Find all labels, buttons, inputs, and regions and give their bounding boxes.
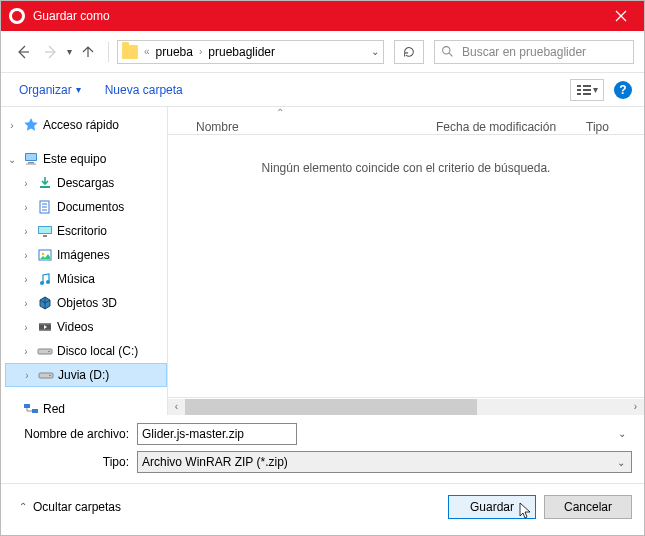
- filetype-label: Tipo:: [13, 455, 137, 469]
- up-button[interactable]: [76, 40, 100, 64]
- recent-locations-dropdown[interactable]: ▾: [67, 46, 72, 57]
- scroll-right[interactable]: ›: [627, 399, 644, 415]
- svg-point-0: [443, 47, 450, 54]
- svg-point-18: [40, 281, 44, 285]
- view-options-button[interactable]: ▾: [570, 79, 604, 101]
- close-icon: [615, 10, 627, 22]
- empty-message: Ningún elemento coincide con el criterio…: [168, 161, 644, 175]
- svg-rect-23: [38, 349, 52, 354]
- tree-item-local-disk[interactable]: ›Disco local (C:): [5, 339, 167, 363]
- breadcrumb-item[interactable]: pruebaglider: [208, 45, 275, 59]
- documents-icon: [37, 199, 53, 215]
- expand-icon[interactable]: ›: [19, 202, 33, 213]
- downloads-icon: [37, 175, 53, 191]
- chevron-down-icon: ▾: [593, 84, 598, 95]
- svg-rect-5: [583, 89, 591, 91]
- search-box[interactable]: [434, 40, 634, 64]
- svg-rect-1: [577, 85, 581, 87]
- objects3d-icon: [37, 295, 53, 311]
- tree-item-network[interactable]: ›Red: [5, 397, 167, 415]
- nav-bar: ▾ « prueba › pruebaglider ⌄: [1, 31, 644, 73]
- expand-icon[interactable]: ›: [19, 346, 33, 357]
- chevron-down-icon[interactable]: ⌄: [618, 428, 626, 439]
- expand-icon[interactable]: ›: [19, 178, 33, 189]
- chevron-right-icon: «: [144, 46, 150, 57]
- chevron-right-icon: ›: [199, 46, 202, 57]
- address-bar[interactable]: « prueba › pruebaglider ⌄: [117, 40, 384, 64]
- search-input[interactable]: [460, 44, 627, 60]
- hide-folders-button[interactable]: ⌃ Ocultar carpetas: [19, 500, 121, 514]
- tree-item-music[interactable]: ›Música: [5, 267, 167, 291]
- svg-rect-9: [28, 162, 34, 164]
- save-button[interactable]: Guardar: [448, 495, 536, 519]
- expand-icon[interactable]: ›: [20, 370, 34, 381]
- folder-tree[interactable]: › Acceso rápido ⌄ Este equipo ›Descargas…: [1, 107, 167, 415]
- expand-icon[interactable]: ›: [19, 322, 33, 333]
- address-dropdown[interactable]: ⌄: [371, 46, 379, 57]
- column-modified[interactable]: Fecha de modificación: [436, 120, 586, 134]
- column-type[interactable]: Tipo: [586, 120, 636, 134]
- tree-label: Red: [43, 402, 65, 415]
- back-button[interactable]: [11, 40, 35, 64]
- tree-item-quick-access[interactable]: › Acceso rápido: [5, 113, 167, 137]
- tree-label: Juvia (D:): [58, 368, 109, 382]
- close-button[interactable]: [598, 1, 644, 31]
- titlebar: Guardar como: [1, 1, 644, 31]
- collapse-icon[interactable]: ⌄: [5, 154, 19, 165]
- svg-point-19: [46, 280, 50, 284]
- column-name[interactable]: Nombre: [168, 120, 239, 134]
- expand-icon[interactable]: ›: [19, 250, 33, 261]
- tree-label: Documentos: [57, 200, 124, 214]
- breadcrumb-item[interactable]: prueba: [156, 45, 193, 59]
- sort-indicator-icon: ⌃: [276, 107, 284, 118]
- separator: [108, 42, 109, 62]
- refresh-button[interactable]: [394, 40, 424, 64]
- save-label: Guardar: [470, 500, 514, 514]
- app-icon: [9, 8, 25, 24]
- toolbar: Organizar▾ Nueva carpeta ▾ ?: [1, 73, 644, 107]
- tree-label: Acceso rápido: [43, 118, 119, 132]
- tree-label: Este equipo: [43, 152, 106, 166]
- expand-icon[interactable]: ›: [19, 298, 33, 309]
- tree-label: Imágenes: [57, 248, 110, 262]
- new-folder-button[interactable]: Nueva carpeta: [105, 83, 183, 97]
- tree-label: Descargas: [57, 176, 114, 190]
- tree-label: Disco local (C:): [57, 344, 138, 358]
- desktop-icon: [37, 223, 53, 239]
- expand-icon[interactable]: ›: [19, 274, 33, 285]
- scroll-left[interactable]: ‹: [168, 399, 185, 415]
- help-button[interactable]: ?: [614, 81, 632, 99]
- footer: ⌃ Ocultar carpetas Guardar Cancelar: [1, 483, 644, 529]
- filename-input[interactable]: [137, 423, 297, 445]
- svg-point-25: [48, 351, 50, 353]
- scroll-thumb[interactable]: [185, 399, 477, 415]
- expand-icon[interactable]: ›: [19, 226, 33, 237]
- svg-rect-8: [26, 154, 36, 160]
- column-headers[interactable]: Nombre Fecha de modificación Tipo: [168, 107, 644, 135]
- organize-button[interactable]: Organizar▾: [19, 83, 81, 97]
- tree-item-videos[interactable]: ›Videos: [5, 315, 167, 339]
- folder-icon: [122, 45, 138, 59]
- cancel-button[interactable]: Cancelar: [544, 495, 632, 519]
- expand-icon[interactable]: ›: [5, 120, 19, 131]
- search-icon: [441, 45, 454, 58]
- svg-rect-2: [577, 89, 581, 91]
- filetype-value: Archivo WinRAR ZIP (*.zip): [142, 455, 288, 469]
- tree-item-this-pc[interactable]: ⌄ Este equipo: [5, 147, 167, 171]
- svg-point-17: [42, 253, 45, 256]
- tree-item-desktop[interactable]: ›Escritorio: [5, 219, 167, 243]
- horizontal-scrollbar[interactable]: ‹ ›: [168, 397, 644, 415]
- tree-item-3d[interactable]: ›Objetos 3D: [5, 291, 167, 315]
- tree-item-documents[interactable]: ›Documentos: [5, 195, 167, 219]
- filetype-select[interactable]: Archivo WinRAR ZIP (*.zip) ⌄: [137, 451, 632, 473]
- tree-item-juvia[interactable]: ›Juvia (D:): [5, 363, 167, 387]
- tree-item-downloads[interactable]: ›Descargas: [5, 171, 167, 195]
- scroll-track[interactable]: [185, 399, 627, 415]
- tree-item-pictures[interactable]: ›Imágenes: [5, 243, 167, 267]
- svg-point-28: [49, 375, 51, 377]
- svg-rect-30: [32, 409, 38, 413]
- drive-icon: [38, 367, 54, 383]
- svg-rect-6: [583, 93, 591, 95]
- svg-rect-21: [39, 323, 51, 325]
- forward-button[interactable]: [39, 40, 63, 64]
